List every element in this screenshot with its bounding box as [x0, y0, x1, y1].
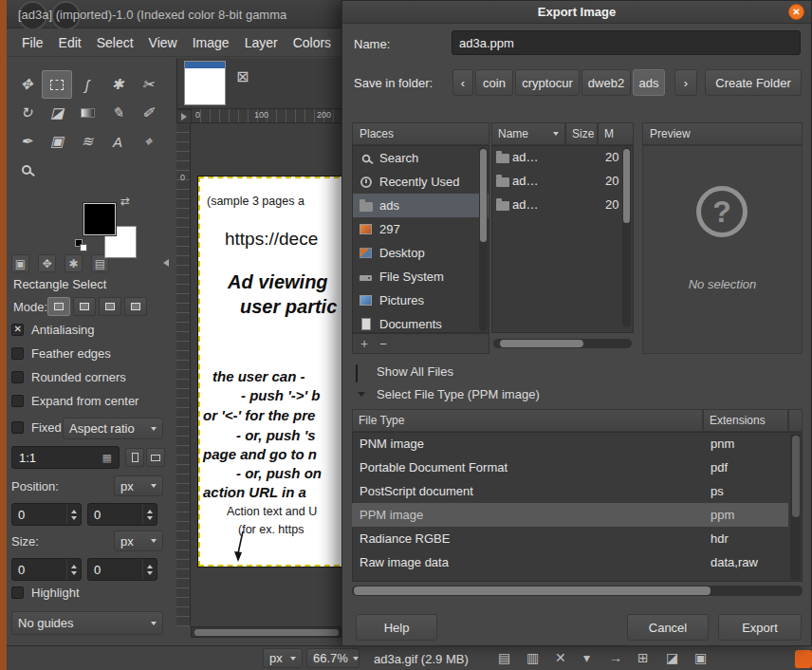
file-type-row-ppm-selected[interactable]: PPM image ppm — [352, 503, 788, 527]
scrollbar-thumb[interactable] — [354, 586, 710, 595]
canvas-horizontal-scrollbar[interactable] — [191, 626, 341, 638]
statusbar-dock-icon-8[interactable]: ▣ — [694, 650, 707, 665]
place-file-system[interactable]: File System — [353, 265, 489, 288]
mode-intersect-button[interactable] — [124, 297, 147, 316]
guides-dropdown[interactable]: No guides — [11, 611, 163, 635]
fixed-checkbox[interactable] — [11, 421, 24, 434]
landscape-orientation-button[interactable] — [146, 448, 165, 467]
remove-bookmark-button[interactable]: − — [374, 336, 393, 351]
menu-edit[interactable]: Edit — [51, 28, 89, 57]
file-type-vertical-scrollbar[interactable] — [790, 434, 801, 580]
show-all-files-checkbox[interactable] — [356, 364, 358, 382]
spinner-arrows[interactable] — [142, 559, 157, 580]
file-row[interactable]: ad… 20 — [491, 169, 634, 193]
file-type-row-pdf[interactable]: Portable Document Format pdf — [352, 456, 788, 479]
path-button-dweb2[interactable]: dweb2 — [581, 69, 631, 96]
statusbar-dock-icon-5[interactable]: → — [609, 650, 622, 665]
statusbar-dock-icon-4[interactable]: ▾ — [583, 650, 590, 665]
bucket-fill-tool-button[interactable]: ◪ — [42, 99, 72, 127]
file-type-row-pnm[interactable]: PNM image pnm — [352, 432, 788, 456]
scrollbar-thumb[interactable] — [500, 340, 583, 347]
mode-replace-button[interactable] — [47, 297, 70, 316]
fuzzy-select-tool-button[interactable]: ✱ — [102, 70, 133, 99]
dock-accent-square[interactable] — [795, 650, 812, 668]
canvas-viewport[interactable]: (sample 3 pages a https://dece Ad viewin… — [191, 123, 341, 626]
dialog-titlebar[interactable]: Export Image — [342, 1, 811, 24]
file-type-horizontal-scrollbar[interactable] — [352, 586, 803, 596]
fixed-type-dropdown[interactable]: Aspect ratio — [63, 418, 163, 439]
position-x-spinner[interactable]: 0 — [11, 503, 82, 526]
column-header-modified[interactable]: M — [598, 122, 634, 145]
column-header-extensions[interactable]: Extensions — [703, 409, 788, 432]
free-select-tool-button[interactable]: ʃ — [72, 70, 102, 99]
scrollbar-thumb[interactable] — [623, 149, 630, 223]
place-pictures[interactable]: Pictures — [353, 288, 489, 312]
size-height-spinner[interactable]: 0 — [87, 558, 157, 581]
tab-undo-history[interactable]: ✱ — [65, 254, 83, 272]
tab-device-status[interactable]: ✥ — [38, 254, 56, 272]
crop-tool-button[interactable]: ✂ — [133, 70, 163, 99]
image-tab-thumbnail[interactable] — [184, 61, 226, 105]
column-header-file-type[interactable]: File Type — [352, 409, 703, 432]
column-header-size[interactable]: Size — [565, 122, 598, 145]
scrollbar-thumb[interactable] — [194, 629, 339, 636]
move-tool-button[interactable]: ✥ — [11, 70, 42, 99]
swap-colors-icon[interactable]: ⇄ — [120, 195, 130, 208]
place-desktop[interactable]: Desktop — [353, 241, 489, 265]
color-picker-tool-button[interactable]: ⌖ — [133, 127, 163, 156]
tab-tool-options[interactable]: ▣ — [11, 254, 29, 272]
statusbar-dock-icon-2[interactable]: ▥ — [526, 650, 539, 665]
help-button[interactable]: Help — [356, 614, 437, 641]
size-width-spinner[interactable]: 0 — [11, 558, 82, 581]
file-list-vertical-scrollbar[interactable] — [622, 147, 631, 327]
add-bookmark-button[interactable]: ＋ — [355, 336, 374, 351]
place-search[interactable]: Search — [353, 146, 489, 170]
paintbrush-tool-button[interactable]: ✐ — [133, 99, 163, 127]
file-row[interactable]: ad… 20 — [491, 145, 634, 169]
file-type-row-raw[interactable]: Raw image data data,raw — [352, 550, 788, 574]
file-list-horizontal-scrollbar[interactable] — [493, 339, 632, 348]
transform-tool-button[interactable]: ↻ — [11, 99, 42, 127]
filename-input[interactable]: ad3a.ppm — [452, 30, 801, 55]
statusbar-dock-icon-6[interactable]: ⊞ — [637, 650, 649, 665]
zoom-tool-button[interactable] — [11, 156, 42, 184]
place-297[interactable]: 297 — [353, 217, 489, 241]
cancel-button[interactable]: Cancel — [627, 614, 709, 641]
rectangle-select-tool-button[interactable] — [42, 70, 72, 99]
path-button-cryptocur[interactable]: cryptocur — [515, 69, 580, 96]
create-folder-button[interactable]: Create Folder — [705, 69, 802, 96]
clone-tool-button[interactable]: ▣ — [42, 127, 72, 156]
expander-arrow-icon[interactable] — [358, 392, 365, 397]
text-tool-button[interactable]: A — [102, 127, 133, 156]
expand-from-center-checkbox[interactable] — [11, 395, 24, 407]
mode-subtract-button[interactable] — [99, 297, 121, 316]
zoom-level-dropdown[interactable]: 66.7% — [306, 648, 360, 668]
portrait-orientation-button[interactable] — [125, 448, 144, 467]
places-header[interactable]: Places — [352, 122, 489, 145]
feather-edges-checkbox[interactable] — [11, 347, 24, 360]
spinner-arrows[interactable] — [142, 504, 157, 525]
gradient-tool-button[interactable] — [72, 99, 102, 127]
menu-file[interactable]: File — [14, 28, 51, 57]
menu-image[interactable]: Image — [185, 28, 237, 57]
file-type-expander-label[interactable]: Select File Type (PPM image) — [377, 387, 540, 401]
scrollbar-thumb[interactable] — [480, 149, 487, 242]
menu-select[interactable]: Select — [89, 28, 141, 57]
place-ads[interactable]: ads — [353, 194, 489, 217]
aspect-ratio-input[interactable]: 1:1 ▦ — [11, 446, 120, 469]
path-button-ads[interactable]: ads — [633, 69, 665, 96]
place-recently-used[interactable]: Recently Used — [353, 170, 489, 194]
statusbar-unit-dropdown[interactable]: px — [263, 648, 303, 668]
file-type-row-ps[interactable]: PostScript document ps — [352, 479, 788, 503]
menu-layer[interactable]: Layer — [237, 28, 286, 57]
position-y-spinner[interactable]: 0 — [87, 503, 157, 526]
path-forward-button[interactable]: › — [674, 69, 697, 96]
file-row[interactable]: ad… 20 — [491, 193, 634, 216]
statusbar-dock-icon-1[interactable]: ▤ — [498, 650, 510, 665]
statusbar-dock-icon-7[interactable]: ◪ — [666, 650, 678, 665]
smudge-tool-button[interactable]: ≋ — [72, 127, 102, 156]
rounded-corners-checkbox[interactable] — [11, 371, 24, 383]
column-header-name[interactable]: Name — [491, 122, 565, 145]
statusbar-dock-icon-3[interactable]: ✕ — [555, 650, 566, 665]
scrollbar-thumb[interactable] — [792, 436, 800, 517]
